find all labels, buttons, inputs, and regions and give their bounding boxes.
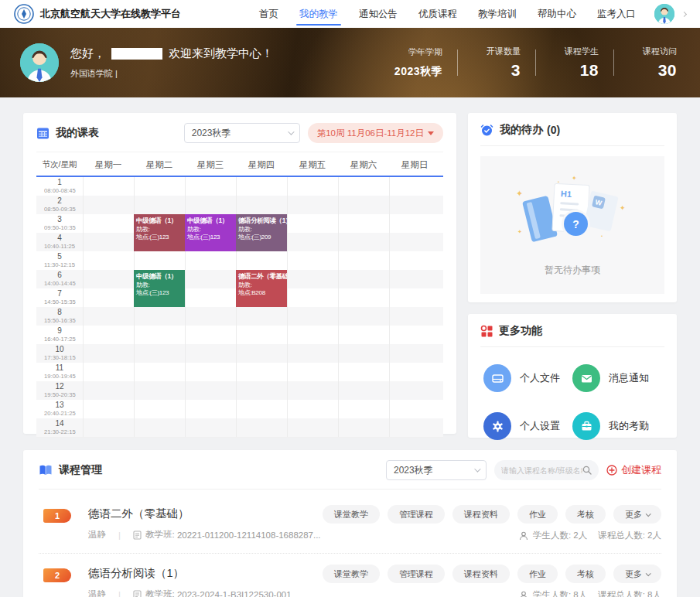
nav-menu: 首页 我的教学 通知公告 优质课程 教学培训 帮助中心 监考入口 [259, 0, 636, 29]
grid-icon [480, 325, 493, 337]
nav-item-help-center[interactable]: 帮助中心 [538, 0, 576, 29]
drive-icon [483, 364, 511, 392]
my-attendance-item[interactable]: 我的考勤 [572, 412, 661, 440]
todo-card: 我的待办 (0) ✦ ✦ ✦ ✦ • • H1 W [468, 113, 677, 302]
class-label: 教学班: [145, 588, 175, 597]
course-block-wed-3-4[interactable]: 中级德语（1）助教:地点:(三)123 [185, 214, 236, 251]
greeting-prefix: 您好， [70, 46, 105, 61]
more-button[interactable]: 更多 [613, 565, 661, 583]
course-materials-button[interactable]: 课程资料 [452, 565, 510, 583]
course-row: 1 德语二外（零基础） 温静 | 教学班: 20221-011200-12114… [39, 494, 661, 553]
course-block-thu-3-4[interactable]: 德语分析阅读（1）助教:地点:(三)209 [236, 214, 287, 251]
course-management-title: 课程管理 [59, 463, 102, 477]
assessment-button[interactable]: 考核 [565, 565, 606, 583]
course-management-card: 课程管理 2023秋季 创建课程 1 [23, 450, 677, 597]
chevron-down-icon [646, 511, 651, 517]
empty-illustration: ✦ ✦ ✦ ✦ • • H1 W ? [514, 178, 630, 255]
course-actions: 课堂教学 管理课程 课程资料 作业 考核 更多 [323, 505, 661, 524]
course-meta: 温静 | 教学班: 2023-2024-1-B3I122530-001 [88, 588, 292, 597]
more-button[interactable]: 更多 [613, 505, 661, 524]
period-row: 1119:00-19:45 [36, 363, 443, 381]
nav-dropdown-caret-icon[interactable] [681, 11, 687, 16]
stat-students: 课程学生 18 [551, 46, 599, 80]
period-row: 1219:50-20:35 [36, 381, 443, 400]
question-mark-graphic: ? [564, 212, 588, 236]
timetable-card: 我的课表 2023秋季 第10周 11月06日-11月12日 节次/星期 星期一… [23, 113, 456, 434]
course-title[interactable]: 德语二外（零基础） [88, 507, 321, 521]
stat-term: 学年学期 2023秋季 [394, 46, 442, 79]
message-notify-item[interactable]: 消息通知 [572, 364, 661, 392]
course-block-tue-3-4[interactable]: 中级德语（1）助教:地点:(三)123 [134, 214, 185, 251]
user-avatar[interactable] [654, 4, 674, 24]
person-icon [519, 531, 528, 541]
period-row: 815:50-16:35 [36, 307, 443, 326]
plus-circle-icon [606, 465, 617, 476]
chevron-down-icon [474, 466, 480, 472]
banner-stats: 学年学期 2023秋季 开课数量 3 课程学生 18 课程访问 30 [394, 46, 680, 80]
course-search[interactable] [494, 460, 599, 480]
assessment-button[interactable]: 考核 [565, 505, 606, 524]
stat-divider [457, 49, 458, 76]
week-selector[interactable]: 第10周 11月06日-11月12日 [308, 123, 443, 143]
search-icon[interactable] [582, 466, 592, 475]
personal-files-item[interactable]: 个人文件 [483, 364, 572, 392]
classroom-teaching-button[interactable]: 课堂教学 [323, 565, 380, 583]
nav-item-training[interactable]: 教学培训 [478, 0, 517, 29]
timetable-grid: 108:00-08:45 208:50-09:35 309:50-10:35 4… [36, 177, 443, 438]
greeting-suffix: 欢迎来到教学中心！ [169, 46, 273, 61]
course-block-tue-6-7[interactable]: 中级德语（1）助教:地点:(三)123 [134, 270, 185, 307]
caret-down-icon [428, 131, 434, 135]
course-search-input[interactable] [501, 466, 582, 475]
nav-item-proctor-entry[interactable]: 监考入口 [597, 0, 636, 29]
briefcase-icon [572, 412, 600, 440]
course-row: 2 德语分析阅读（1） 温静 | 教学班: 2023-2024-1-B3I122… [39, 553, 661, 597]
manage-course-button[interactable]: 管理课程 [388, 505, 445, 524]
personal-settings-item[interactable]: 个人设置 [483, 412, 572, 440]
nav-item-quality-courses[interactable]: 优质课程 [418, 0, 457, 29]
course-counts: 学生人数: 2人 课程总人数: 2人 [519, 530, 661, 541]
course-meta: 温静 | 教学班: 20221-011200-12114108-1688287.… [88, 529, 321, 541]
manage-course-button[interactable]: 管理课程 [388, 565, 445, 583]
empty-text: 暂无待办事项 [545, 264, 600, 277]
stat-divider [613, 49, 614, 76]
todo-empty-state: ✦ ✦ ✦ ✦ • • H1 W ? 暂无待办事项 [480, 156, 664, 294]
banner-avatar [20, 43, 59, 82]
period-row: 511:30-12:15 [36, 251, 443, 270]
teacher-name: 温静 [88, 588, 106, 597]
classroom-teaching-button[interactable]: 课堂教学 [323, 505, 380, 524]
class-doc-icon [133, 590, 142, 597]
period-row: 1320:40-21:25 [36, 400, 443, 418]
top-nav: 北京航空航天大学在线教学平台 首页 我的教学 通知公告 优质课程 教学培训 帮助… [0, 0, 700, 28]
homework-button[interactable]: 作业 [517, 505, 558, 524]
students-count: 学生人数: 8人 [533, 589, 587, 597]
course-materials-button[interactable]: 课程资料 [452, 505, 510, 524]
stat-visits: 课程访问 30 [629, 46, 677, 80]
period-row: 916:40-17:25 [36, 326, 443, 344]
nav-item-my-teaching[interactable]: 我的教学 [299, 0, 338, 29]
class-code: 2023-2024-1-B3I122530-001 [177, 590, 292, 597]
class-label: 教学班: [145, 529, 175, 541]
greeting: 您好， 欢迎来到教学中心！ 外国语学院 | [70, 46, 273, 80]
course-term-select[interactable]: 2023秋季 [386, 460, 487, 480]
period-row: 1421:30-22:15 [36, 418, 443, 437]
course-counts: 学生人数: 8人 课程总人数: 8人 [519, 589, 661, 597]
period-row: 1017:30-18:15 [36, 344, 443, 363]
book-icon [39, 464, 53, 476]
nav-item-announcements[interactable]: 通知公告 [359, 0, 398, 29]
timetable-term-select[interactable]: 2023秋季 [184, 123, 300, 143]
more-functions-grid: 个人文件 消息通知 个人设置 [480, 364, 664, 440]
students-count: 学生人数: 2人 [533, 530, 587, 541]
course-title[interactable]: 德语分析阅读（1） [88, 566, 292, 581]
teacher-name: 温静 [88, 529, 106, 541]
more-functions-title: 更多功能 [499, 324, 542, 338]
homework-button[interactable]: 作业 [517, 565, 558, 583]
brand: 北京航空航天大学在线教学平台 [14, 4, 181, 24]
welcome-banner: 您好， 欢迎来到教学中心！ 外国语学院 | 学年学期 2023秋季 开课数量 3… [0, 28, 700, 97]
course-block-thu-6-7[interactable]: 德语二外（零基础）助教:地点:B208 [236, 270, 287, 307]
create-course-button[interactable]: 创建课程 [606, 463, 661, 477]
course-list: 1 德语二外（零基础） 温静 | 教学班: 20221-011200-12114… [39, 494, 661, 597]
meta-divider: | [118, 590, 121, 597]
nav-item-home[interactable]: 首页 [259, 0, 278, 29]
total-count: 课程总人数: 2人 [598, 530, 661, 541]
total-count: 课程总人数: 8人 [598, 589, 661, 597]
